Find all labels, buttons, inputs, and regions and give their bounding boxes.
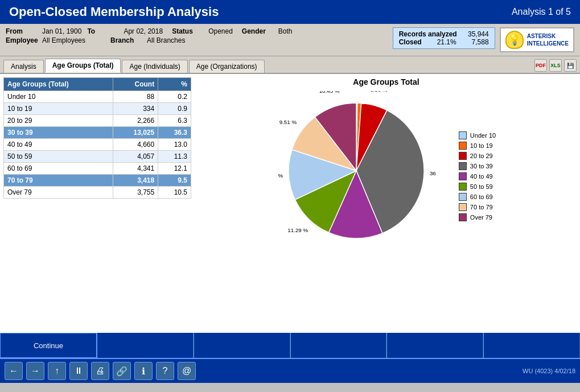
legend-label: 40 to 49: [470, 173, 493, 180]
footer-seg-1: [97, 333, 194, 358]
legend-color-swatch: [459, 203, 467, 211]
cell-group: 50 to 59: [4, 151, 113, 163]
records-closed-label: Closed: [399, 38, 422, 46]
excel-icon[interactable]: XLS: [549, 59, 562, 72]
cell-count: 4,660: [113, 139, 158, 151]
help-button[interactable]: ?: [156, 362, 174, 380]
tabs-bar: Analysis Age Groups (Total) Age (Individ…: [0, 56, 580, 74]
records-closed-pct: 21.1%: [437, 38, 456, 46]
cell-group: 30 to 39: [4, 127, 113, 139]
legend-label: 60 to 69: [470, 193, 493, 200]
forward-button[interactable]: →: [26, 362, 44, 380]
pie-pct-label: 11.29 %: [287, 227, 308, 233]
legend-color-swatch: [459, 193, 467, 201]
link-button[interactable]: 🔗: [113, 362, 131, 380]
legend-item: 60 to 69: [459, 193, 496, 201]
pie-pct-label: 10.45 %: [319, 91, 339, 94]
tab-age-organizations[interactable]: Age (Organizations): [189, 60, 265, 73]
legend-color-swatch: [459, 152, 467, 160]
tab-age-groups-total[interactable]: Age Groups (Total): [45, 59, 121, 73]
pie-pct-label: 6.30 %: [370, 91, 388, 93]
legend-color-swatch: [459, 131, 467, 139]
logo-text: ASTERISK INTELLIGENCE: [527, 32, 569, 47]
table-row: 10 to 193340.9: [4, 103, 191, 115]
pause-button[interactable]: ⏸: [69, 362, 88, 380]
cell-group: 70 to 79: [4, 175, 113, 187]
cell-pct: 12.1: [158, 163, 191, 175]
cell-count: 13,025: [113, 127, 158, 139]
legend-item: 40 to 49: [459, 172, 496, 180]
gender-value: Both: [278, 27, 293, 35]
table-row: 50 to 594,05711.3: [4, 151, 191, 163]
footer-bar: Continue: [0, 333, 580, 358]
legend-item: 50 to 59: [459, 183, 496, 191]
cell-pct: 36.3: [158, 127, 191, 139]
legend-color-swatch: [459, 172, 467, 180]
legend-item: 20 to 29: [459, 152, 496, 160]
legend-color-swatch: [459, 142, 467, 150]
cell-pct: 11.3: [158, 151, 191, 163]
records-analyzed-row: Records analyzed 35,944: [399, 30, 489, 38]
records-closed-value: 7,588: [472, 38, 489, 46]
records-closed-row: Closed 21.1% 7,588: [399, 38, 489, 46]
chart-section: Age Groups Total 0.24 %0.93 %6.30 %36.24…: [196, 77, 577, 329]
filter-left: From Jan 01, 1900 To Apr 02, 2018 Status…: [6, 27, 393, 44]
table-row: 70 to 793,4189.5: [4, 175, 191, 187]
up-button[interactable]: ↑: [48, 362, 66, 380]
to-value: Apr 02, 2018: [124, 27, 163, 35]
legend-item: 10 to 19: [459, 142, 496, 150]
table-section: Age Groups (Total) Count % Under 10880.2…: [3, 77, 191, 329]
cell-group: Over 79: [4, 187, 113, 199]
footer-segments: [97, 333, 580, 358]
legend-item: 30 to 39: [459, 162, 496, 170]
cell-group: Under 10: [4, 91, 113, 103]
continue-button[interactable]: Continue: [0, 333, 97, 358]
records-box: Records analyzed 35,944 Closed 21.1% 7,5…: [393, 27, 495, 49]
cell-pct: 0.2: [158, 91, 191, 103]
save-icon[interactable]: 💾: [564, 59, 577, 72]
col-pct: %: [158, 78, 191, 91]
table-row: Over 793,75510.5: [4, 187, 191, 199]
footer-seg-3: [290, 333, 387, 358]
legend-label: 20 to 29: [470, 152, 493, 159]
table-body: Under 10880.210 to 193340.920 to 292,266…: [4, 91, 191, 199]
table-header-row: Age Groups (Total) Count %: [4, 78, 191, 91]
cell-pct: 6.3: [158, 115, 191, 127]
cell-group: 20 to 29: [4, 115, 113, 127]
cell-pct: 10.5: [158, 187, 191, 199]
filter-row-date: From Jan 01, 1900 To Apr 02, 2018 Status…: [6, 27, 393, 35]
cell-pct: 0.9: [158, 103, 191, 115]
print-button[interactable]: 🖨: [91, 362, 109, 380]
legend-color-swatch: [459, 213, 467, 221]
back-button[interactable]: ←: [5, 362, 23, 380]
legend-label: Over 79: [470, 214, 492, 221]
employee-value: All Employees: [42, 36, 85, 44]
tab-age-individuals[interactable]: Age (Individuals): [122, 60, 187, 73]
pie-pct-label: 12.08 %: [277, 172, 283, 179]
legend-label: 10 to 19: [470, 142, 493, 149]
pdf-icon[interactable]: PDF: [534, 59, 547, 72]
info-button[interactable]: ℹ: [134, 362, 153, 380]
status-text: WU (4023) 4/02/18: [523, 368, 575, 374]
logo-bulb-icon: 💡: [505, 31, 524, 49]
mail-button[interactable]: @: [178, 362, 196, 380]
footer-seg-5: [483, 333, 580, 358]
cell-count: 3,755: [113, 187, 158, 199]
age-groups-table: Age Groups (Total) Count % Under 10880.2…: [3, 77, 191, 199]
pie-pct-label: 36.24 %: [430, 170, 436, 176]
cell-count: 3,418: [113, 175, 158, 187]
legend-item: Under 10: [459, 131, 496, 139]
cell-group: 10 to 19: [4, 103, 113, 115]
table-row: Under 10880.2: [4, 91, 191, 103]
legend-color-swatch: [459, 162, 467, 170]
tab-analysis[interactable]: Analysis: [3, 60, 44, 73]
chart-title: Age Groups Total: [353, 77, 419, 86]
branch-value: All Branches: [147, 36, 185, 44]
legend-label: 70 to 79: [470, 204, 493, 211]
gender-label: Gender: [242, 27, 276, 35]
legend-item: 70 to 79: [459, 203, 496, 211]
logo-box: 💡 ASTERISK INTELLIGENCE: [500, 27, 574, 52]
analysis-label: Analysis 1 of 5: [512, 7, 571, 17]
cell-group: 60 to 69: [4, 163, 113, 175]
from-label: From: [6, 27, 40, 35]
